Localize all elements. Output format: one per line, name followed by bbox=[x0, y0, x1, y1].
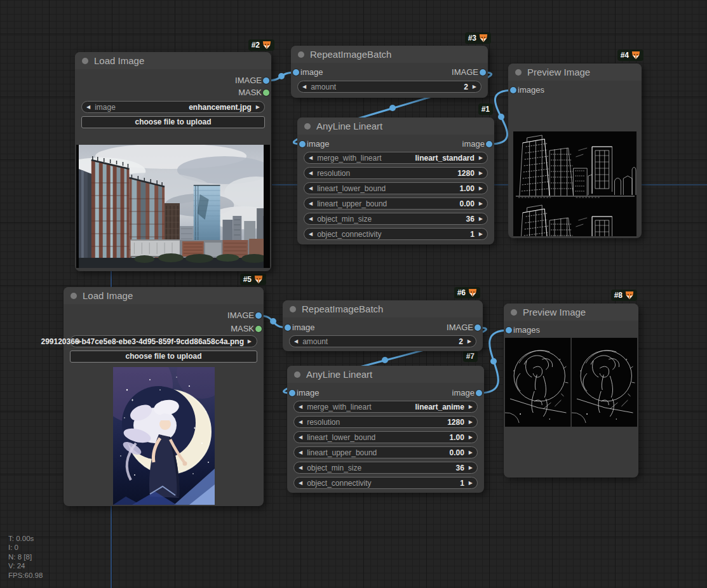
node-canvas[interactable]: #2 #3 #1 #4 #5 #6 #7 #8 Load Image IMAGE… bbox=[0, 0, 707, 588]
input-label: images bbox=[518, 84, 544, 96]
collapse-dot[interactable] bbox=[515, 69, 522, 76]
prev-arrow[interactable]: ◀ bbox=[294, 435, 307, 440]
prev-arrow[interactable]: ◀ bbox=[304, 232, 317, 237]
output-port-mask[interactable] bbox=[255, 326, 262, 332]
node-repeat-image-batch-6[interactable]: RepeatImageBatch image IMAGE ◀ amount 2 … bbox=[283, 300, 483, 351]
input-port-image[interactable] bbox=[299, 141, 306, 147]
image-combo-widget[interactable]: ◀ image enhancement.jpg ▶ bbox=[81, 101, 265, 113]
prev-arrow[interactable]: ◀ bbox=[304, 186, 317, 191]
collapse-dot[interactable] bbox=[71, 293, 77, 299]
decrement-arrow[interactable]: ◀ bbox=[290, 339, 302, 344]
node-load-image-2[interactable]: Load Image IMAGE MASK ◀ image enhancemen… bbox=[75, 52, 271, 271]
loaded-image-anime-photo bbox=[113, 367, 215, 505]
output-port-image[interactable] bbox=[476, 390, 482, 396]
next-arrow[interactable]: ▶ bbox=[464, 435, 477, 440]
merge-with-lineart-widget[interactable]: ◀ merge_with_lineart lineart_standard ▶ bbox=[304, 152, 488, 164]
decrement-arrow[interactable]: ◀ bbox=[298, 84, 311, 90]
fox-icon bbox=[631, 51, 640, 60]
node-anyline-lineart-1[interactable]: AnyLine Lineart image image ◀ merge_with… bbox=[297, 117, 494, 244]
next-arrow[interactable]: ▶ bbox=[464, 481, 477, 486]
lineart-lower-bound-widget[interactable]: ◀ lineart_lower_bound 1.00 ▶ bbox=[304, 182, 488, 194]
collapse-dot[interactable] bbox=[298, 51, 304, 58]
input-port-image[interactable] bbox=[289, 390, 295, 396]
node-title-bar: Load Image bbox=[64, 287, 264, 304]
next-arrow[interactable]: ▶ bbox=[475, 156, 487, 161]
output-port-image[interactable] bbox=[255, 312, 262, 319]
prev-arrow[interactable]: ◀ bbox=[294, 450, 307, 455]
prev-arrow[interactable]: ◀ bbox=[304, 201, 317, 206]
next-arrow[interactable]: ▶ bbox=[464, 450, 477, 455]
stat-nodes: N: 8 [8] bbox=[8, 552, 43, 561]
preview-lineart-anime-2 bbox=[572, 338, 638, 427]
lineart-lower-bound-widget[interactable]: ◀ lineart_lower_bound 1.00 ▶ bbox=[293, 431, 478, 443]
node-preview-image-8[interactable]: Preview Image images bbox=[504, 304, 638, 478]
node-title: RepeatImageBatch bbox=[302, 304, 383, 314]
lineart-upper-bound-widget[interactable]: ◀ lineart_upper_bound 0.00 ▶ bbox=[293, 446, 478, 458]
node-load-image-5[interactable]: Load Image IMAGE MASK ◀ 299120366-b47ce5… bbox=[64, 287, 264, 506]
prev-arrow[interactable]: ◀ bbox=[304, 171, 317, 176]
merge-with-lineart-widget[interactable]: ◀ merge_with_lineart lineart_anime ▶ bbox=[293, 401, 478, 413]
output-label: MASK bbox=[238, 87, 262, 98]
input-label: images bbox=[513, 324, 540, 336]
output-port-image[interactable] bbox=[480, 69, 486, 76]
prev-arrow[interactable]: ◀ bbox=[294, 420, 307, 425]
collapse-dot[interactable] bbox=[290, 306, 296, 312]
object-connectivity-widget[interactable]: ◀ object_connectivity 1 ▶ bbox=[304, 228, 488, 240]
fox-icon bbox=[254, 275, 263, 284]
output-label: IMAGE bbox=[452, 67, 478, 78]
increment-arrow[interactable]: ▶ bbox=[468, 84, 481, 90]
combo-next-arrow[interactable]: ▶ bbox=[248, 339, 252, 344]
prev-arrow[interactable]: ◀ bbox=[304, 217, 317, 222]
next-arrow[interactable]: ▶ bbox=[464, 465, 477, 471]
prev-arrow[interactable]: ◀ bbox=[304, 156, 317, 161]
collapse-dot[interactable] bbox=[82, 58, 88, 64]
collapse-dot[interactable] bbox=[304, 123, 311, 130]
output-port-image[interactable] bbox=[475, 324, 481, 331]
combo-next-arrow[interactable]: ▶ bbox=[252, 105, 264, 110]
next-arrow[interactable]: ▶ bbox=[475, 232, 487, 237]
amount-widget[interactable]: ◀ amount 2 ▶ bbox=[297, 81, 481, 93]
prev-arrow[interactable]: ◀ bbox=[294, 404, 307, 410]
input-port-images[interactable] bbox=[506, 327, 512, 333]
input-port-image[interactable] bbox=[293, 69, 299, 76]
object-connectivity-widget[interactable]: ◀ object_connectivity 1 ▶ bbox=[293, 477, 478, 489]
combo-prev-arrow[interactable]: ◀ bbox=[82, 105, 95, 110]
output-port-mask[interactable] bbox=[263, 90, 269, 96]
input-port-images[interactable] bbox=[510, 87, 516, 93]
next-arrow[interactable]: ▶ bbox=[475, 186, 487, 191]
collapse-dot[interactable] bbox=[294, 371, 300, 378]
image-combo-widget[interactable]: ◀ 299120366-b47ce5e8-ebe3-4d95-859f-9cdd… bbox=[70, 335, 257, 347]
resolution-widget[interactable]: ◀ resolution 1280 ▶ bbox=[304, 167, 488, 179]
node-title-bar: AnyLine Lineart bbox=[297, 117, 494, 135]
amount-widget[interactable]: ◀ amount 2 ▶ bbox=[289, 335, 476, 347]
output-label: MASK bbox=[231, 323, 254, 335]
lineart-upper-bound-widget[interactable]: ◀ lineart_upper_bound 0.00 ▶ bbox=[304, 197, 488, 210]
next-arrow[interactable]: ▶ bbox=[475, 171, 487, 176]
combo-prev-arrow[interactable]: ◀ bbox=[76, 339, 79, 344]
node-repeat-image-batch-3[interactable]: RepeatImageBatch image IMAGE ◀ amount 2 … bbox=[291, 46, 488, 98]
next-arrow[interactable]: ▶ bbox=[464, 420, 477, 425]
prev-arrow[interactable]: ◀ bbox=[294, 465, 307, 471]
output-port-image[interactable] bbox=[486, 141, 492, 147]
object-min-size-widget[interactable]: ◀ object_min_size 36 ▶ bbox=[293, 462, 478, 474]
fox-icon bbox=[479, 34, 488, 43]
next-arrow[interactable]: ▶ bbox=[464, 404, 477, 410]
node-anyline-lineart-7[interactable]: AnyLine Lineart image image ◀ merge_with… bbox=[287, 366, 484, 493]
increment-arrow[interactable]: ▶ bbox=[463, 339, 476, 344]
input-label: image bbox=[307, 138, 329, 150]
fox-icon bbox=[468, 288, 477, 297]
choose-file-button[interactable]: choose file to upload bbox=[70, 351, 257, 363]
prev-arrow[interactable]: ◀ bbox=[294, 481, 307, 486]
node-badge: #7 bbox=[463, 351, 478, 362]
output-port-image[interactable] bbox=[263, 77, 269, 84]
next-arrow[interactable]: ▶ bbox=[475, 201, 487, 206]
node-title: Load Image bbox=[83, 290, 133, 301]
object-min-size-widget[interactable]: ◀ object_min_size 36 ▶ bbox=[304, 213, 488, 225]
node-preview-image-4[interactable]: Preview Image images bbox=[508, 63, 642, 238]
resolution-widget[interactable]: ◀ resolution 1280 ▶ bbox=[293, 416, 478, 428]
next-arrow[interactable]: ▶ bbox=[475, 217, 487, 222]
input-port-image[interactable] bbox=[285, 324, 291, 331]
collapse-dot[interactable] bbox=[511, 309, 517, 316]
choose-file-button[interactable]: choose file to upload bbox=[81, 116, 265, 128]
node-title: Preview Image bbox=[523, 307, 586, 317]
